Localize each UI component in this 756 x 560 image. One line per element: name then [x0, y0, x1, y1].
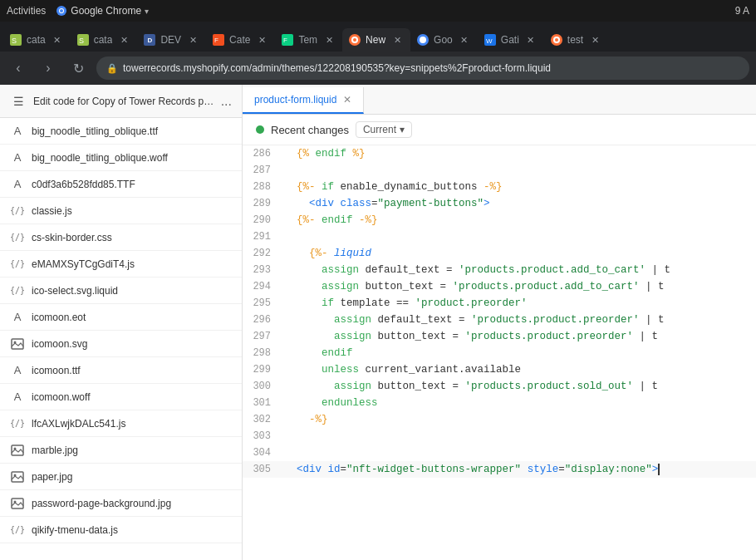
file-name-12: marble.jpg [32, 445, 232, 456]
code-line-289: 289 <div class="payment-buttons"> [243, 195, 756, 212]
file-item-10[interactable]: A icomoon.woff [0, 384, 242, 410]
line-num-290: 290 [243, 212, 284, 228]
back-button[interactable]: ‹ [7, 56, 30, 80]
recent-changes-label: Recent changes [271, 124, 349, 136]
image-icon-14 [10, 496, 25, 511]
line-content-298: endif [284, 345, 756, 361]
file-name-6: ico-select.svg.liquid [32, 285, 232, 297]
editor-tab-close-button[interactable]: ✕ [343, 94, 351, 106]
tab-close-goo[interactable]: ✕ [458, 33, 471, 47]
file-item-2[interactable]: A c0df3a6b528fdd85.TTF [0, 171, 242, 198]
activities-label[interactable]: Activities [7, 5, 46, 17]
code-line-303: 303 [243, 428, 756, 445]
line-num-305: 305 [243, 461, 284, 478]
svg-point-2 [60, 9, 63, 12]
line-content-302: -%} [284, 411, 756, 428]
recent-changes-dot [256, 125, 264, 134]
line-num-300: 300 [243, 378, 284, 395]
browser-name-label: Google Chrome [71, 5, 141, 17]
tab-close-test[interactable]: ✕ [588, 33, 601, 47]
file-item-11[interactable]: {/} lfcAXLwjkDALc541.js [0, 410, 242, 437]
code-icon-3: {/} [10, 204, 25, 219]
tab-title-cata2: cata [94, 34, 113, 46]
tab-close-tem[interactable]: ✕ [322, 33, 336, 47]
line-content-288: {%- if enable_dynamic_buttons -%} [284, 179, 756, 195]
file-item-12[interactable]: marble.jpg [0, 437, 242, 464]
sidebar-toggle-button[interactable]: ☰ [10, 93, 27, 110]
file-item-3[interactable]: {/} classie.js [0, 198, 242, 224]
file-item-13[interactable]: paper.jpg [0, 464, 242, 490]
file-item-4[interactable]: {/} cs-skin-border.css [0, 224, 242, 251]
reload-button[interactable]: ↻ [66, 56, 90, 80]
file-item-0[interactable]: A big_noodle_titling_oblique.ttf [0, 118, 242, 145]
tab-cata1[interactable]: S cata ✕ [3, 28, 71, 52]
svg-point-20 [555, 38, 558, 42]
sidebar-more-button[interactable]: ... [221, 94, 232, 109]
code-line-295: 295 if template == 'product.preorder' [243, 295, 756, 312]
tab-close-cate[interactable]: ✕ [255, 33, 268, 47]
file-item-8[interactable]: icomoon.svg [0, 331, 242, 357]
line-num-292: 292 [243, 245, 284, 262]
code-line-294: 294 assign button_text = 'products.produ… [243, 278, 756, 295]
svg-text:F: F [283, 37, 287, 44]
file-name-4: cs-skin-border.css [32, 232, 232, 243]
tab-close-dev[interactable]: ✕ [186, 33, 199, 47]
tab-favicon-gati: W [484, 34, 496, 46]
line-content-297: assign button_text = 'products.product.p… [284, 328, 756, 345]
file-item-5[interactable]: {/} eMAMXSyTCgGdiT4.js [0, 251, 242, 278]
line-num-296: 296 [243, 312, 284, 328]
code-line-287: 287 [243, 162, 756, 179]
tab-title-dev: DEV [160, 34, 181, 46]
browser-dropdown-icon[interactable]: ▾ [145, 7, 149, 16]
code-editor[interactable]: 286 {% endif %} 287 288 {%- if enable_dy… [243, 145, 756, 560]
line-num-298: 298 [243, 345, 284, 361]
tab-cate[interactable]: F Cate ✕ [206, 28, 275, 52]
line-num-291: 291 [243, 228, 284, 245]
tab-close-new[interactable]: ✕ [390, 33, 404, 47]
code-line-297: 297 assign button_text = 'products.produ… [243, 328, 756, 345]
current-badge[interactable]: Current ▾ [356, 121, 412, 138]
tab-gati[interactable]: W Gati ✕ [478, 28, 544, 52]
image-icon-8 [10, 336, 25, 351]
tab-goo[interactable]: Goo ✕ [410, 28, 478, 52]
file-name-0: big_noodle_titling_oblique.ttf [32, 125, 232, 137]
tab-favicon-new [349, 34, 361, 46]
code-line-305: 305 <div id="nft-widget-buttons-wrapper"… [243, 461, 756, 478]
tab-test[interactable]: test ✕ [544, 28, 608, 52]
code-icon-5: {/} [10, 257, 25, 272]
file-item-7[interactable]: A icomoon.eot [0, 304, 242, 331]
tab-tem[interactable]: F Tem ✕ [275, 28, 342, 52]
editor-tab-product-form[interactable]: product-form.liquid ✕ [243, 87, 364, 114]
tab-new[interactable]: New ✕ [342, 28, 410, 52]
tab-close-gati[interactable]: ✕ [524, 33, 538, 47]
tab-close-cata1[interactable]: ✕ [51, 33, 64, 47]
code-line-288: 288 {%- if enable_dynamic_buttons -%} [243, 179, 756, 195]
file-item-14[interactable]: password-page-background.jpg [0, 490, 242, 517]
file-list: A big_noodle_titling_oblique.ttf A big_n… [0, 118, 242, 543]
code-line-296: 296 assign default_text = 'products.prod… [243, 312, 756, 328]
recent-changes-bar: Recent changes Current ▾ [243, 115, 756, 145]
file-name-14: password-page-background.jpg [32, 498, 232, 509]
file-name-3: classie.js [32, 205, 232, 217]
file-item-9[interactable]: A icomoon.ttf [0, 357, 242, 384]
line-num-295: 295 [243, 295, 284, 312]
line-content-299: unless current_variant.available [284, 361, 756, 378]
code-line-300: 300 assign button_text = 'products.produ… [243, 378, 756, 395]
font-icon-7: A [10, 310, 25, 325]
line-num-293: 293 [243, 262, 284, 278]
file-item-1[interactable]: A big_noodle_titling_oblique.woff [0, 145, 242, 171]
tab-close-cata2[interactable]: ✕ [117, 33, 130, 47]
line-num-302: 302 [243, 411, 284, 428]
code-line-292: 292 {%- liquid [243, 245, 756, 262]
editor-tab-strip: product-form.liquid ✕ [243, 85, 756, 115]
forward-button[interactable]: › [37, 56, 60, 80]
address-bar-row: ‹ › ↻ 🔒 towerrecords.myshopify.com/admin… [0, 52, 756, 85]
editor-right-panel: product-form.liquid ✕ Recent changes Cur… [243, 85, 756, 560]
file-sidebar: ☰ Edit code for Copy of Tower Records pr… [0, 85, 243, 560]
line-num-287: 287 [243, 162, 284, 179]
tab-cata2[interactable]: S cata ✕ [71, 28, 138, 52]
file-item-15[interactable]: {/} qikify-tmenu-data.js [0, 517, 242, 543]
tab-dev[interactable]: D DEV ✕ [137, 28, 206, 52]
file-item-6[interactable]: {/} ico-select.svg.liquid [0, 278, 242, 304]
address-bar[interactable]: 🔒 towerrecords.myshopify.com/admin/theme… [96, 56, 749, 80]
